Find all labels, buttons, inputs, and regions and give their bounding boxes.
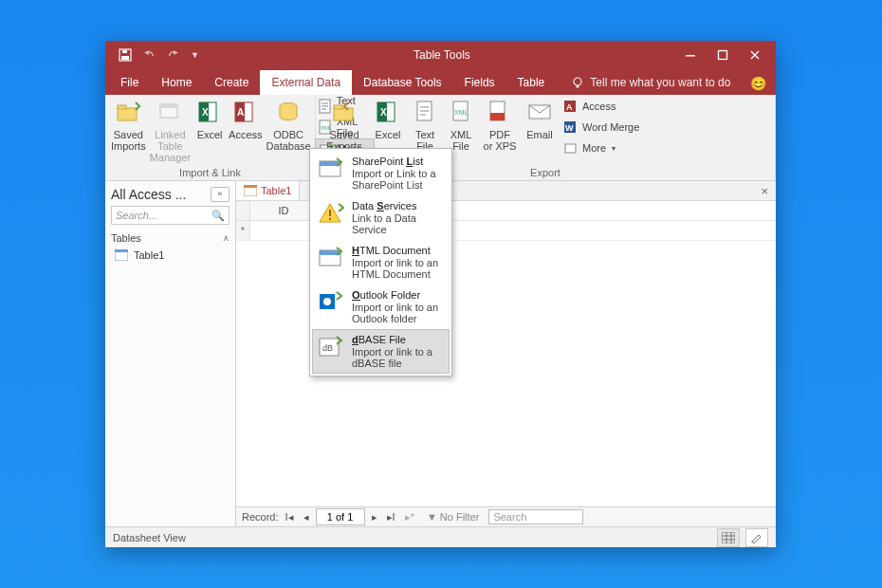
record-search-input[interactable]: Search	[488, 509, 583, 524]
export-pdf-button[interactable]: PDF or XPS	[479, 95, 521, 152]
nav-search-input[interactable]: Search... 🔍	[111, 206, 230, 225]
record-first-button[interactable]: I◂	[283, 511, 297, 524]
design-icon	[750, 532, 763, 543]
email-icon	[524, 97, 555, 127]
account-emoji-icon[interactable]: 😊	[741, 72, 776, 95]
record-new-button[interactable]: ▸*	[402, 511, 417, 524]
record-prev-button[interactable]: ◂	[301, 511, 312, 524]
design-view-button[interactable]	[745, 528, 768, 547]
nav-category-tables[interactable]: Tables ⋏	[111, 232, 230, 244]
import-excel-button[interactable]: X Excel	[193, 95, 227, 140]
tab-create[interactable]: Create	[203, 70, 260, 95]
table-icon	[244, 185, 257, 196]
status-bar: Datasheet View	[105, 526, 776, 547]
nav-header[interactable]: All Access ... «	[105, 181, 235, 206]
nav-item-table1[interactable]: Table1	[111, 248, 230, 263]
column-header-id[interactable]: ID	[250, 201, 318, 220]
menu-item-title: Outlook Folder	[352, 289, 444, 301]
filter-indicator[interactable]: ▼No Filter	[421, 511, 485, 523]
collapse-group-icon[interactable]: ⋏	[223, 233, 230, 243]
doc-close-button[interactable]: ×	[753, 184, 776, 198]
menu-item-title: dBASE File	[352, 334, 444, 345]
saved-imports-button[interactable]: Saved Imports	[109, 95, 148, 152]
tell-me-label: Tell me what you want to do	[590, 76, 730, 89]
record-next-button[interactable]: ▸	[369, 511, 380, 524]
export-excel-button[interactable]: X Excel	[369, 95, 407, 140]
undo-icon[interactable]	[141, 49, 156, 61]
export-word-button[interactable]: WWord Merge	[560, 118, 642, 137]
more-menu-item-sharepoint[interactable]: SharePoint ListImport or Link to a Share…	[312, 151, 450, 195]
menu-item-desc: Link to a Data Service	[352, 212, 444, 235]
tab-home[interactable]: Home	[150, 70, 203, 95]
tab-external-data[interactable]: External Data	[260, 70, 352, 95]
ribbon-tabs: File Home Create External Data Database …	[105, 69, 776, 95]
export-word-label: Word Merge	[582, 121, 639, 133]
tab-fields[interactable]: Fields	[453, 70, 506, 95]
export-email-button[interactable]: Email	[521, 95, 559, 140]
export-more-label: More	[582, 142, 606, 154]
more-menu-item-dataservices[interactable]: Data ServicesLink to a Data Service	[312, 195, 450, 240]
record-last-button[interactable]: ▸I	[384, 511, 398, 524]
close-button[interactable]	[749, 49, 764, 61]
svg-rect-37	[565, 144, 576, 153]
doc-tab-label: Table1	[261, 185, 291, 196]
quick-access-toolbar: ▼	[113, 48, 199, 62]
more-export-icon	[563, 140, 579, 156]
svg-text:X: X	[380, 107, 387, 118]
saved-exports-button[interactable]: Saved Exports	[320, 95, 369, 152]
record-navigator: Record: I◂ ◂ ▸ ▸I ▸* ▼No Filter Search	[236, 506, 776, 526]
qat-customize-icon[interactable]: ▼	[191, 50, 199, 60]
xml-file-icon: XML	[446, 97, 476, 127]
svg-rect-10	[160, 104, 177, 108]
import-odbc-button[interactable]: ODBC Database	[265, 95, 313, 152]
export-access-label: Access	[582, 101, 616, 112]
chevron-down-icon: ▾	[612, 144, 616, 153]
menu-item-title: Data Services	[352, 200, 444, 211]
export-access-button[interactable]: AAccess	[560, 97, 642, 116]
datasheet-icon	[722, 532, 735, 543]
maximize-button[interactable]	[717, 49, 732, 61]
access-icon: A	[230, 97, 261, 127]
svg-rect-3	[686, 55, 695, 57]
nav-category-label: Tables	[111, 232, 141, 244]
svg-rect-6	[577, 85, 579, 88]
tell-me-box[interactable]: Tell me what you want to do	[563, 70, 738, 95]
select-all-cell[interactable]	[236, 201, 250, 220]
svg-point-46	[323, 298, 331, 305]
tab-file[interactable]: File	[109, 70, 150, 95]
import-access-button[interactable]: A Access	[227, 95, 264, 140]
search-icon: 🔍	[211, 210, 225, 222]
titlebar: ▼ Table Tools	[105, 41, 776, 69]
svg-text:X: X	[202, 107, 209, 118]
svg-rect-41	[329, 210, 331, 216]
minimize-button[interactable]	[685, 49, 700, 61]
svg-rect-31	[490, 113, 505, 120]
redo-icon[interactable]	[166, 49, 181, 61]
record-position-input[interactable]	[316, 508, 365, 525]
database-icon	[273, 97, 303, 127]
tab-table[interactable]: Table	[506, 70, 557, 95]
svg-text:W: W	[565, 123, 574, 133]
svg-rect-4	[719, 51, 727, 60]
row-selector[interactable]: *	[236, 221, 250, 240]
datasheet-view-button[interactable]	[717, 528, 740, 547]
more-menu-item-outlook[interactable]: Outlook FolderImport or link to an Outlo…	[312, 285, 450, 329]
tab-database-tools[interactable]: Database Tools	[352, 70, 453, 95]
doc-tab-table1[interactable]: Table1	[236, 181, 300, 200]
linked-table-manager-button: Linked Table Manager	[148, 95, 193, 163]
export-more-button[interactable]: More▾	[560, 138, 642, 157]
more-menu-item-dbase[interactable]: dBdBASE FileImport or link to a dBASE fi…	[312, 329, 450, 374]
text-file-icon	[410, 97, 440, 127]
nav-collapse-icon[interactable]: «	[211, 187, 230, 202]
svg-rect-52	[244, 185, 257, 188]
nav-search-placeholder: Search...	[116, 210, 157, 221]
outlook-icon	[318, 289, 344, 316]
more-menu-item-html[interactable]: HTML DocumentImport or link to an HTML D…	[312, 240, 450, 285]
import-group-label: Import & Link	[109, 167, 311, 180]
export-text-button[interactable]: Text File	[407, 95, 443, 152]
svg-point-5	[574, 78, 581, 85]
export-xml-button[interactable]: XML XML File	[443, 95, 479, 152]
svg-text:dB: dB	[322, 343, 333, 353]
save-icon[interactable]	[119, 48, 132, 62]
bulb-icon	[571, 76, 584, 89]
